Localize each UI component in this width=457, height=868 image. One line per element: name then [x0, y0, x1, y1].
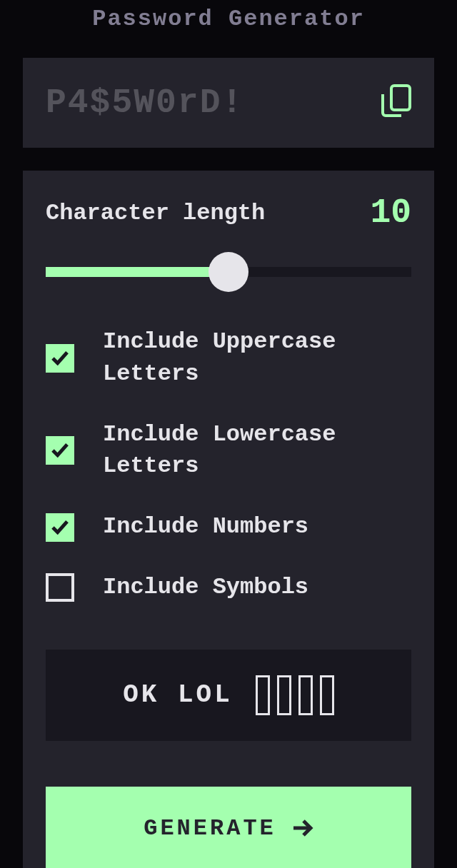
check-icon	[51, 520, 69, 535]
strength-bar	[256, 675, 270, 715]
option-symbols[interactable]: Include Symbols	[46, 572, 411, 604]
slider-fill	[46, 267, 228, 277]
checkbox-numbers[interactable]	[46, 513, 74, 542]
generate-button[interactable]: GENERATE	[46, 787, 411, 868]
checkbox-symbols[interactable]	[46, 573, 74, 602]
length-label: Character length	[46, 200, 265, 226]
options-list: Include Uppercase Letters Include Lowerc…	[46, 326, 411, 604]
option-lowercase[interactable]: Include Lowercase Letters	[46, 419, 411, 483]
option-uppercase[interactable]: Include Uppercase Letters	[46, 326, 411, 390]
arrow-right-icon	[293, 819, 313, 837]
settings-panel: Character length 10 Include Uppercase Le…	[23, 171, 434, 868]
slider-thumb[interactable]	[209, 252, 248, 292]
strength-label: OK LOL	[123, 680, 233, 710]
checkbox-lowercase[interactable]	[46, 436, 74, 465]
check-icon	[51, 351, 69, 365]
length-slider[interactable]	[46, 252, 411, 292]
page-title: Password Generator	[92, 6, 365, 32]
strength-bar	[298, 675, 313, 715]
password-placeholder: P4$5W0rD!	[46, 84, 243, 122]
password-display: P4$5W0rD!	[23, 58, 434, 148]
length-row: Character length 10	[46, 193, 411, 232]
strength-bar	[320, 675, 334, 715]
strength-bar	[277, 675, 291, 715]
option-label: Include Lowercase Letters	[103, 419, 411, 483]
option-label: Include Symbols	[103, 572, 308, 604]
length-value: 10	[370, 193, 411, 232]
generate-label: GENERATE	[144, 815, 276, 842]
svg-rect-0	[391, 86, 410, 110]
option-label: Include Numbers	[103, 511, 308, 543]
copy-icon[interactable]	[381, 84, 411, 122]
checkbox-uppercase[interactable]	[46, 344, 74, 373]
option-label: Include Uppercase Letters	[103, 326, 411, 390]
option-numbers[interactable]: Include Numbers	[46, 511, 411, 543]
check-icon	[51, 443, 69, 458]
strength-indicator: OK LOL	[46, 650, 411, 741]
strength-bars	[256, 675, 334, 715]
